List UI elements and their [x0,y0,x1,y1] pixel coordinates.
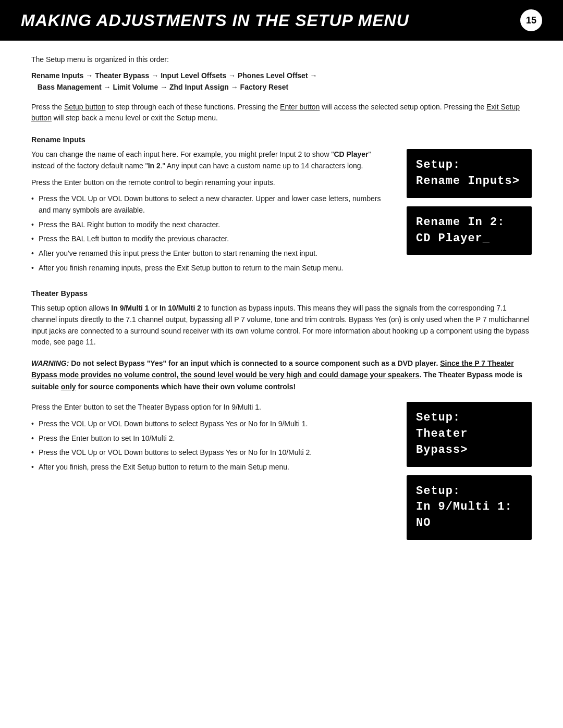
rename-bullet-3: Press the BAL Left button to modify the … [31,233,391,245]
menu-flow: Rename Inputs → Theater Bypass → Input L… [31,70,532,93]
lcd3-line2: Theater Bypass> [416,426,522,459]
theater-bullet-3: Press the VOL Up or VOL Down buttons to … [31,447,391,459]
lcd2-line1: Rename In 2: [416,215,522,231]
theater-bypass-section: Theater Bypass This setup option allows … [31,289,532,540]
intro-body: Press the Setup button to step through e… [31,102,532,124]
lcd1-line1: Setup: [416,157,522,174]
page-title: MAKING ADJUSTMENTS IN THE SETUP MENU [21,11,409,30]
lcd4-line1: Setup: [416,484,522,500]
page-header: MAKING ADJUSTMENTS IN THE SETUP MENU 15 [0,0,563,41]
intro-line1: The Setup menu is organized in this orde… [31,55,532,64]
theater-bypass-para1: This setup option allows In 9/Multi 1 or… [31,303,532,348]
lcd-screen-4: Setup: In 9/Multi 1: NO [407,475,532,540]
theater-bullet-2: Press the Enter button to set In 10/Mult… [31,433,391,445]
rename-inputs-section: Rename Inputs You can change the name of… [31,135,532,278]
lcd1-line2: Rename Inputs> [416,174,522,190]
theater-bullet-4: After you finish, press the Exit Setup b… [31,462,391,473]
lcd-screen-3: Setup: Theater Bypass> [407,402,532,466]
lcd-screen-1: Setup: Rename Inputs> [407,149,532,198]
theater-bypass-content: Press the Enter button to set the Theate… [31,402,532,540]
page-number-badge: 15 [520,9,542,31]
rename-inputs-text: You can change the name of each input he… [31,149,391,278]
rename-bullet-2: Press the BAL Right button to modify the… [31,219,391,231]
theater-bypass-warning: WARNING: Do not select Bypass "Yes" for … [31,357,532,392]
rename-bullet-4: After you've renamed this input press th… [31,248,391,260]
rename-displays: Setup: Rename Inputs> Rename In 2: CD Pl… [407,149,532,255]
rename-bullet-1: Press the VOL Up or VOL Down buttons to … [31,193,391,216]
rename-inputs-content: You can change the name of each input he… [31,149,532,278]
theater-bypass-title: Theater Bypass [31,289,532,298]
lcd3-line1: Setup: [416,410,522,426]
rename-para2: Press the Enter button on the remote con… [31,177,391,189]
lcd-screen-2: Rename In 2: CD Player_ [407,206,532,255]
lcd4-line2: In 9/Multi 1: NO [416,499,522,532]
intro-section: The Setup menu is organized in this orde… [31,55,532,124]
rename-inputs-title: Rename Inputs [31,135,532,144]
theater-bypass-displays: Setup: Theater Bypass> Setup: In 9/Multi… [407,402,532,540]
theater-bypass-para2: Press the Enter button to set the Theate… [31,402,391,413]
main-content: The Setup menu is organized in this orde… [0,41,563,572]
theater-bypass-text: Press the Enter button to set the Theate… [31,402,391,477]
theater-bullet-1: Press the VOL Up or VOL Down buttons to … [31,418,391,430]
rename-bullets: Press the VOL Up or VOL Down buttons to … [31,193,391,274]
rename-bullet-5: After you finish renaming inputs, press … [31,263,391,274]
theater-bypass-bullets: Press the VOL Up or VOL Down buttons to … [31,418,391,473]
rename-para1: You can change the name of each input he… [31,149,391,171]
lcd2-line2: CD Player_ [416,231,522,247]
